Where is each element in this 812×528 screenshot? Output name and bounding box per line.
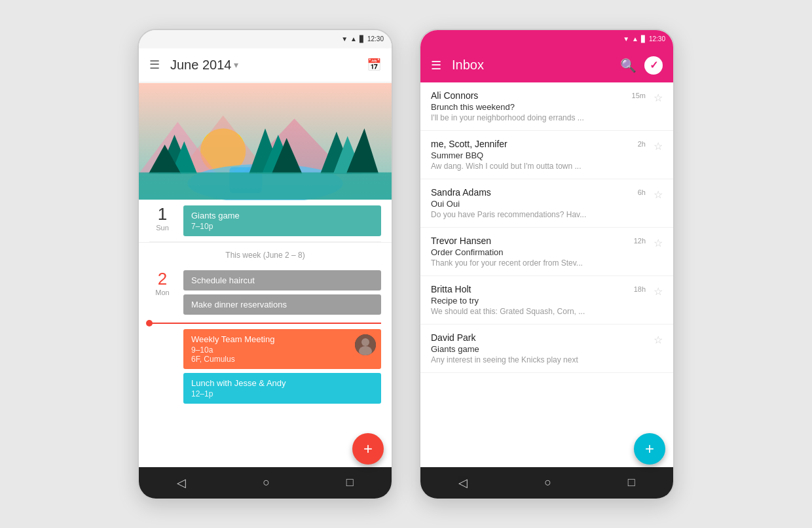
time-display: 12:30 [367, 35, 384, 43]
email-item[interactable]: Trevor Hansen 12h Order Confirmation Tha… [420, 228, 673, 276]
dinner-reservations-chip[interactable]: Make dinner reservations [183, 294, 381, 315]
meeting-avatar [355, 334, 376, 355]
inbox-back-button[interactable]: ◁ [458, 476, 468, 490]
email-list: Ali Connors 15m Brunch this weekend? I'l… [420, 82, 673, 373]
email-main: David Park Giants game Any interest in s… [431, 332, 646, 364]
email-subject: Oui Oui [431, 199, 646, 209]
day-name-2: Mon [149, 289, 175, 296]
signal-icon-inbox: ▲ [632, 35, 638, 43]
week-header: This week (June 2 – 8) [139, 242, 392, 265]
wifi-icon: ▼ [341, 35, 348, 43]
time-indicator [149, 323, 381, 324]
email-main: Sandra Adams 6h Oui Oui Do you have Pari… [431, 187, 646, 219]
schedule-haircut-chip[interactable]: Schedule haircut [183, 270, 381, 290]
time-display-inbox: 12:30 [649, 35, 665, 43]
email-sender: me, Scott, Jennifer [431, 139, 507, 149]
calendar-phone: ▼ ▲ ▊ 12:30 ☰ June 2014 ▾ 📅 [138, 29, 393, 500]
email-subject: Summer BBQ [431, 150, 646, 160]
star-icon[interactable]: ☆ [654, 140, 663, 152]
email-subject: Order Confirmation [431, 247, 646, 257]
event-time-meeting: 9–10a [191, 345, 350, 355]
event-title: Giants game [191, 211, 373, 220]
day-label-spacer [149, 329, 175, 404]
email-preview: Aw dang. Wish I could but I'm outta town… [431, 162, 614, 171]
lunch-event[interactable]: Lunch with Jesse & Andy 12–1p [183, 373, 381, 404]
day-section-sunday: 1 Sun Giants game 7–10p [139, 200, 392, 241]
email-preview: Thank you for your recent order from Ste… [431, 258, 614, 268]
event-time-lunch: 12–1p [191, 389, 373, 398]
email-preview: I'll be in your neighborhood doing erran… [431, 113, 614, 122]
day-events-2b: Weekly Team Meeting 9–10a 6F, Cumulus [183, 329, 381, 404]
back-button[interactable]: ◁ [177, 476, 186, 490]
inbox-recents-button[interactable]: □ [628, 476, 635, 489]
email-item[interactable]: Britta Holt 18h Recipe to try We should … [420, 276, 673, 325]
day-number-1: 1 [149, 205, 175, 222]
wifi-icon-inbox: ▼ [623, 35, 629, 43]
star-icon[interactable]: ☆ [654, 188, 663, 201]
day-section-monday: 2 Mon Schedule haircut Make dinner reser… [139, 265, 392, 409]
inbox-content: Ali Connors 15m Brunch this weekend? I'l… [420, 82, 673, 467]
calendar-content: 1 Sun Giants game 7–10p This week (June … [139, 200, 392, 467]
email-preview: Do you have Paris recommendations? Hav..… [431, 210, 614, 219]
day-name-1: Sun [149, 224, 175, 232]
email-item[interactable]: me, Scott, Jennifer 2h Summer BBQ Aw dan… [420, 131, 673, 179]
email-sender: Britta Holt [431, 284, 471, 294]
email-time: 18h [634, 285, 646, 293]
chevron-down-icon: ▾ [234, 60, 238, 70]
event-title-lunch: Lunch with Jesse & Andy [191, 378, 373, 388]
day-label-1: 1 Sun [149, 205, 175, 236]
day-events-1: Giants game 7–10p [183, 205, 381, 236]
day-events-2: Schedule haircut Make dinner reservation… [183, 270, 381, 315]
email-main: me, Scott, Jennifer 2h Summer BBQ Aw dan… [431, 139, 646, 171]
star-icon[interactable]: ☆ [654, 334, 663, 346]
email-subject: Recipe to try [431, 296, 646, 306]
day-number-2: 2 [149, 270, 175, 287]
inbox-status-bar: ▼ ▲ ▊ 12:30 [420, 30, 673, 48]
inbox-menu-icon[interactable]: ☰ [431, 58, 441, 73]
battery-icon: ▊ [360, 35, 365, 43]
add-event-fab[interactable]: + [352, 433, 384, 465]
calendar-icon[interactable]: 📅 [367, 58, 381, 72]
email-time: 12h [634, 237, 646, 245]
recents-button[interactable]: □ [346, 476, 354, 489]
calendar-app-bar: ☰ June 2014 ▾ 📅 [139, 48, 392, 82]
day-label-2: 2 Mon [149, 270, 175, 315]
email-subject: Giants game [431, 344, 646, 354]
inbox-title: Inbox [452, 58, 620, 73]
giants-game-event[interactable]: Giants game 7–10p [183, 205, 381, 236]
hero-image [139, 82, 392, 200]
calendar-status-bar: ▼ ▲ ▊ 12:30 [139, 30, 392, 48]
compose-fab[interactable]: + [634, 433, 665, 465]
inbox-home-button[interactable]: ○ [544, 476, 551, 489]
email-sender: Trevor Hansen [431, 236, 491, 246]
event-title-meeting: Weekly Team Meeting [191, 334, 350, 344]
email-sender: Ali Connors [431, 90, 478, 101]
star-icon[interactable]: ☆ [654, 285, 663, 298]
inbox-phone: ▼ ▲ ▊ 12:30 ☰ Inbox 🔍 ✓ Ali Connors 15m … [419, 29, 674, 500]
email-sender: Sandra Adams [431, 187, 491, 198]
email-time: 6h [638, 188, 646, 196]
event-time: 7–10p [191, 222, 373, 231]
signal-icon: ▲ [350, 35, 357, 43]
home-button[interactable]: ○ [263, 476, 270, 489]
email-time: 2h [638, 140, 646, 148]
team-meeting-event[interactable]: Weekly Team Meeting 9–10a 6F, Cumulus [183, 329, 381, 369]
email-preview: Any interest in seeing the Knicks play n… [431, 355, 614, 364]
email-preview: We should eat this: Grated Squash, Corn,… [431, 307, 614, 316]
done-icon[interactable]: ✓ [644, 56, 663, 75]
email-time: 15m [632, 92, 646, 99]
star-icon[interactable]: ☆ [654, 92, 663, 104]
email-item[interactable]: Sandra Adams 6h Oui Oui Do you have Pari… [420, 179, 673, 228]
calendar-nav-bar: ◁ ○ □ [139, 467, 392, 499]
search-icon[interactable]: 🔍 [620, 58, 637, 73]
email-subject: Brunch this weekend? [431, 102, 646, 112]
email-main: Trevor Hansen 12h Order Confirmation Tha… [431, 236, 646, 268]
svg-rect-16 [139, 172, 392, 200]
star-icon[interactable]: ☆ [654, 237, 663, 249]
calendar-title: June 2014 ▾ [170, 58, 367, 73]
email-item[interactable]: Ali Connors 15m Brunch this weekend? I'l… [420, 82, 673, 131]
inbox-app-bar: ☰ Inbox 🔍 ✓ [420, 48, 673, 82]
battery-icon-inbox: ▊ [641, 35, 646, 43]
email-item[interactable]: David Park Giants game Any interest in s… [420, 325, 673, 373]
menu-icon[interactable]: ☰ [149, 58, 160, 72]
